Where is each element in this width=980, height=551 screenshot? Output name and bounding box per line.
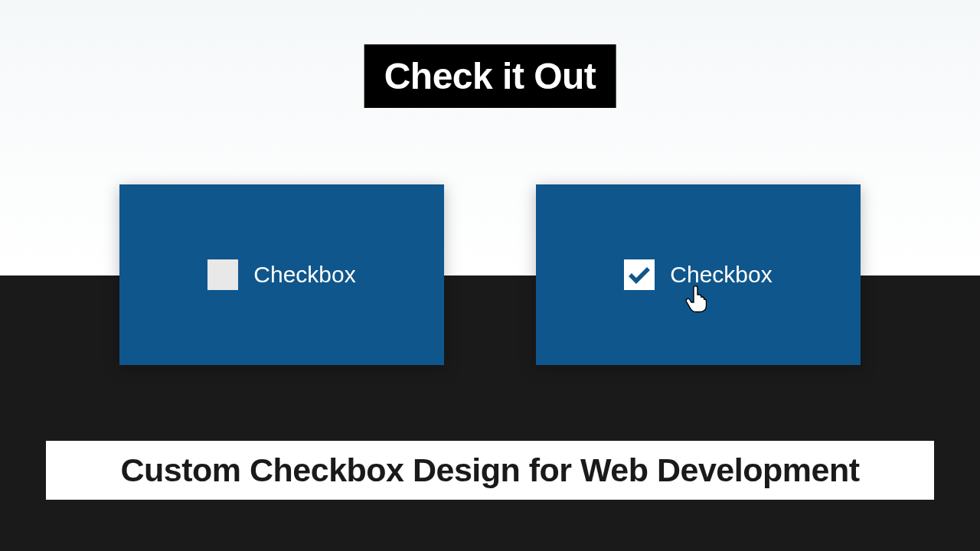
checkbox-checked[interactable] — [624, 259, 655, 290]
subtitle-bar: Custom Checkbox Design for Web Developme… — [46, 441, 934, 500]
checkbox-label: Checkbox — [670, 262, 772, 288]
title-text: Check it Out — [384, 56, 596, 96]
demo-cards-row: Checkbox Checkbox — [0, 184, 980, 365]
checkbox-demo-checked: Checkbox — [536, 184, 861, 365]
title-badge: Check it Out — [364, 44, 616, 108]
checkbox-label: Checkbox — [253, 262, 355, 288]
checkbox-unchecked[interactable] — [207, 259, 238, 290]
subtitle-text: Custom Checkbox Design for Web Developme… — [121, 452, 860, 489]
checkmark-icon — [628, 266, 651, 284]
cursor-hand-icon — [685, 285, 707, 313]
checkbox-demo-unchecked: Checkbox — [119, 184, 444, 365]
